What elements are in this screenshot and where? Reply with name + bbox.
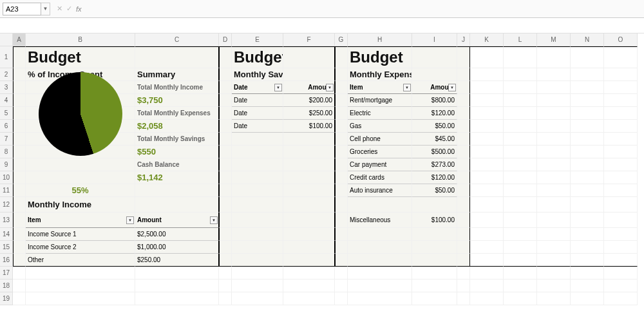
row-header-11[interactable]: 11 (0, 184, 13, 197)
cell-F14[interactable] (283, 228, 335, 241)
cell-G6[interactable] (335, 120, 348, 133)
exp-th-item[interactable]: Item▼ (348, 81, 412, 94)
cell-K4[interactable] (470, 94, 504, 107)
cell-N9[interactable] (571, 158, 604, 171)
row-header-15[interactable]: 15 (0, 241, 13, 254)
cell-F13[interactable] (283, 213, 335, 228)
cell-N18[interactable] (571, 279, 604, 292)
cell-O18[interactable] (604, 279, 638, 292)
cell-L9[interactable] (504, 158, 537, 171)
col-header-B[interactable]: B (26, 33, 135, 46)
cell-A1[interactable] (13, 46, 26, 68)
filter-dropdown-icon[interactable]: ▼ (448, 84, 456, 91)
cell-H15[interactable] (348, 241, 412, 254)
cell-G5[interactable] (335, 107, 348, 120)
cell-A4[interactable] (13, 94, 26, 107)
name-box-dropdown[interactable]: ▼ (41, 3, 50, 15)
cell-M2[interactable] (537, 68, 571, 81)
cell-J13[interactable] (457, 213, 470, 228)
cell-A16[interactable] (13, 254, 26, 267)
cell-F2[interactable] (283, 68, 335, 81)
cell-M14[interactable] (537, 228, 571, 241)
cell-O12[interactable] (604, 197, 638, 213)
row-header-17[interactable]: 17 (0, 267, 13, 279)
cell-L17[interactable] (504, 267, 537, 279)
cell-O6[interactable] (604, 120, 638, 133)
cell-L1[interactable] (504, 46, 537, 68)
cell-B10[interactable] (26, 171, 135, 184)
col-header-I[interactable]: I (412, 33, 457, 46)
cell-D4[interactable] (219, 94, 232, 107)
cell-L2[interactable] (504, 68, 537, 81)
cell-M10[interactable] (537, 171, 571, 184)
cell-D15[interactable] (219, 241, 232, 254)
pie-chart[interactable] (39, 72, 122, 156)
cell-N6[interactable] (571, 120, 604, 133)
cell-H17[interactable] (348, 267, 412, 279)
cell-A18[interactable] (13, 279, 26, 292)
cell-D17[interactable] (219, 267, 232, 279)
col-header-M[interactable]: M (537, 33, 571, 46)
cell-E9[interactable] (232, 158, 283, 171)
cell-G15[interactable] (335, 241, 348, 254)
cell-J11[interactable] (457, 184, 470, 197)
col-header-D[interactable]: D (219, 33, 232, 46)
cell-N11[interactable] (571, 184, 604, 197)
cell-K12[interactable] (470, 197, 504, 213)
cell-L12[interactable] (504, 197, 537, 213)
cell-G2[interactable] (335, 68, 348, 81)
cell-M4[interactable] (537, 94, 571, 107)
cell-O9[interactable] (604, 158, 638, 171)
cell-N7[interactable] (571, 133, 604, 146)
cell-G16[interactable] (335, 254, 348, 267)
cell-D10[interactable] (219, 171, 232, 184)
cell-N2[interactable] (571, 68, 604, 81)
cell-M1[interactable] (537, 46, 571, 68)
cell-F10[interactable] (283, 171, 335, 184)
cell-L4[interactable] (504, 94, 537, 107)
cell-K18[interactable] (470, 279, 504, 292)
cell-L18[interactable] (504, 279, 537, 292)
cell-F19[interactable] (283, 292, 335, 305)
cell-J9[interactable] (457, 158, 470, 171)
cell-G9[interactable] (335, 158, 348, 171)
cell-N12[interactable] (571, 197, 604, 213)
cell-C18[interactable] (135, 279, 219, 292)
cell-L19[interactable] (504, 292, 537, 305)
cell-H19[interactable] (348, 292, 412, 305)
grid[interactable]: BudgetBudgetBudget% of Income SpentSumma… (13, 46, 638, 305)
row-header-9[interactable]: 9 (0, 158, 13, 171)
cell-C12[interactable] (135, 197, 219, 213)
cell-N10[interactable] (571, 171, 604, 184)
cell-L11[interactable] (504, 184, 537, 197)
cell-K19[interactable] (470, 292, 504, 305)
cell-H16[interactable] (348, 254, 412, 267)
cell-O17[interactable] (604, 267, 638, 279)
cell-D12[interactable] (219, 197, 232, 213)
cell-M7[interactable] (537, 133, 571, 146)
cell-D2[interactable] (219, 68, 232, 81)
cell-C17[interactable] (135, 267, 219, 279)
cell-O10[interactable] (604, 171, 638, 184)
cell-A14[interactable] (13, 228, 26, 241)
cell-L8[interactable] (504, 146, 537, 158)
cell-M5[interactable] (537, 107, 571, 120)
income-th-amount[interactable]: Amount▼ (135, 213, 219, 228)
filter-dropdown-icon[interactable]: ▼ (326, 84, 334, 91)
row-header-12[interactable]: 12 (0, 197, 13, 213)
cell-C19[interactable] (135, 292, 219, 305)
cell-G7[interactable] (335, 133, 348, 146)
col-header-E[interactable]: E (232, 33, 283, 46)
cell-I12[interactable] (412, 197, 457, 213)
cell-O19[interactable] (604, 292, 638, 305)
cell-F9[interactable] (283, 158, 335, 171)
col-header-O[interactable]: O (604, 33, 638, 46)
cell-L15[interactable] (504, 241, 537, 254)
cell-A12[interactable] (13, 197, 26, 213)
cell-J17[interactable] (457, 267, 470, 279)
cell-K17[interactable] (470, 267, 504, 279)
row-header-16[interactable]: 16 (0, 254, 13, 267)
cell-A5[interactable] (13, 107, 26, 120)
row-header-18[interactable]: 18 (0, 279, 13, 292)
cell-E7[interactable] (232, 133, 283, 146)
